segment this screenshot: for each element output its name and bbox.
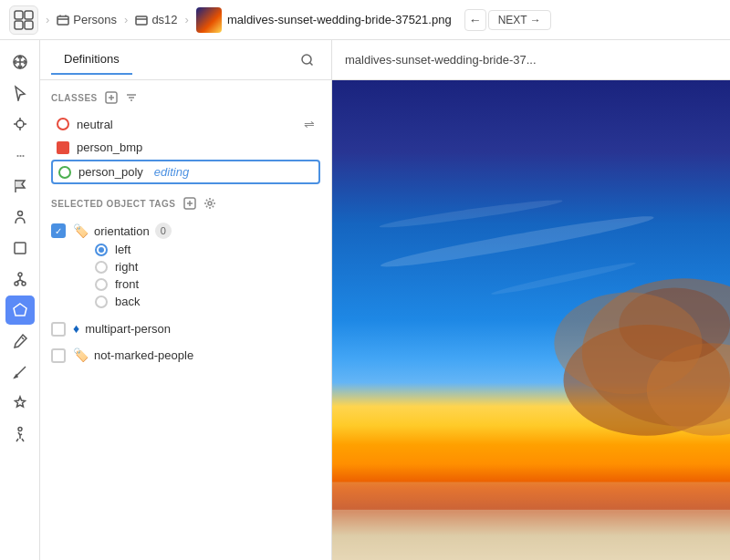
branch-tool-icon[interactable] xyxy=(5,264,35,294)
tag-notmarked-icon: 🏷️ xyxy=(73,347,89,362)
tag-orientation-icon: 🏷️ xyxy=(73,223,89,238)
svg-rect-3 xyxy=(25,21,33,29)
tag-orientation-checkbox[interactable] xyxy=(51,223,66,238)
tag-multipart-checkbox[interactable] xyxy=(51,322,66,337)
option-right-row: right xyxy=(95,258,172,275)
breadcrumb-sep-1: › xyxy=(46,13,49,26)
class-item-person-poly[interactable]: person_poly editing xyxy=(51,160,320,184)
option-left-radio[interactable] xyxy=(95,244,108,256)
tags-section-header: SELECTED OBJECT TAGS xyxy=(51,195,320,212)
class-neutral-dot xyxy=(57,118,69,130)
image-header: maldives-sunset-wedding-bride-37... xyxy=(332,40,730,80)
image-area: maldives-sunset-wedding-bride-37... xyxy=(332,40,730,560)
rect-tool-icon[interactable] xyxy=(5,233,35,263)
svg-point-11 xyxy=(22,282,26,285)
classes-icons xyxy=(103,89,140,106)
crosshair-tool-icon[interactable] xyxy=(5,109,35,139)
class-item-neutral[interactable]: neutral ⇌ xyxy=(51,113,320,135)
svg-rect-5 xyxy=(136,16,147,25)
svg-point-7 xyxy=(16,120,24,128)
image-filename: maldives-sunset-wedding-bride-37... xyxy=(345,53,537,67)
pen-tool-icon[interactable] xyxy=(5,327,35,356)
svg-rect-0 xyxy=(15,11,23,19)
option-left-label: left xyxy=(115,243,130,256)
tag-notmarked-label-row: 🏷️ not-marked-people xyxy=(73,347,193,362)
class-item-person-bmp[interactable]: person_bmp xyxy=(51,137,320,158)
class-neutral-label: neutral xyxy=(77,118,113,131)
class-neutral-arrow: ⇌ xyxy=(304,117,315,131)
tag-settings-button[interactable] xyxy=(202,195,218,212)
option-right-radio[interactable] xyxy=(95,261,108,274)
tag-multipart-label: multipart-person xyxy=(85,322,171,336)
class-bmp-dot xyxy=(57,141,69,154)
svg-point-8 xyxy=(17,212,22,216)
sidebar-icons: ··· xyxy=(0,40,40,560)
nav-controls: ← NEXT → xyxy=(464,9,551,31)
svg-point-18 xyxy=(208,202,212,205)
svg-rect-9 xyxy=(15,243,26,254)
move-tool-icon[interactable] xyxy=(5,47,35,77)
tag-notmarked-label: not-marked-people xyxy=(94,348,193,362)
class-poly-label: person_poly xyxy=(78,165,143,179)
tags-icons xyxy=(182,195,218,212)
app-logo[interactable] xyxy=(9,5,38,35)
breadcrumb-ds12[interactable]: ds12 xyxy=(135,13,177,26)
breadcrumb-sep-3: › xyxy=(185,13,189,26)
svg-rect-1 xyxy=(25,11,33,19)
option-back-radio[interactable] xyxy=(95,296,108,308)
tag-multipart-row: ♦ multipart-person xyxy=(51,317,320,340)
image-thumb xyxy=(196,7,222,33)
option-back-row: back xyxy=(95,293,172,310)
tag-notmarked-row: 🏷️ not-marked-people xyxy=(51,344,320,367)
slash-tool-icon[interactable] xyxy=(5,358,35,387)
classes-label: CLASSES xyxy=(51,93,98,103)
class-poly-dot xyxy=(58,166,71,179)
tag-notmarked-checkbox[interactable] xyxy=(51,348,66,363)
svg-point-23 xyxy=(554,293,702,395)
filename-label: maldives-sunset-wedding-bride-37521.png xyxy=(227,13,452,26)
definitions-panel: Definitions CLASSES xyxy=(40,40,332,560)
breadcrumb-persons[interactable]: Persons xyxy=(57,13,117,26)
poly-tool-icon[interactable] xyxy=(5,296,35,325)
nav-next-button[interactable]: NEXT → xyxy=(488,10,551,30)
svg-rect-25 xyxy=(332,510,730,560)
svg-point-14 xyxy=(18,428,22,431)
main-layout: ··· xyxy=(0,40,730,560)
walk-tool-icon[interactable] xyxy=(5,420,35,449)
magic-tool-icon[interactable] xyxy=(5,389,35,418)
class-poly-left: person_poly editing xyxy=(58,165,189,179)
tag-multipart-icon: ♦ xyxy=(73,321,79,336)
select-tool-icon[interactable] xyxy=(5,78,35,108)
image-canvas[interactable] xyxy=(332,80,730,560)
option-right-label: right xyxy=(115,260,138,274)
topbar: › Persons › ds12 › maldives-sunset-weddi… xyxy=(0,0,730,40)
add-class-button[interactable] xyxy=(103,89,120,106)
option-back-label: back xyxy=(115,295,140,308)
tag-orientation-row: 🏷️ orientation 0 left right xyxy=(51,219,320,314)
flag-tool-icon[interactable] xyxy=(5,171,35,201)
tag-orientation-label: orientation xyxy=(94,224,150,238)
add-tag-button[interactable] xyxy=(182,195,198,212)
sort-class-button[interactable] xyxy=(123,89,140,106)
classes-section-header: CLASSES xyxy=(51,89,320,106)
svg-rect-4 xyxy=(57,16,68,25)
tags-label: SELECTED OBJECT TAGS xyxy=(51,199,176,209)
svg-point-10 xyxy=(15,282,18,285)
class-poly-editing: editing xyxy=(154,165,189,179)
svg-rect-2 xyxy=(15,21,23,29)
tag-orientation-content: 🏷️ orientation 0 left right xyxy=(73,223,172,310)
tag-orientation-label-row: 🏷️ orientation 0 xyxy=(73,223,172,239)
panel-tabs: Definitions xyxy=(51,45,132,75)
option-left-row: left xyxy=(95,241,172,258)
cloud-overlay xyxy=(332,80,730,560)
person-tool-icon[interactable] xyxy=(5,202,35,232)
more-tool-icon[interactable]: ··· xyxy=(5,140,35,170)
option-front-radio[interactable] xyxy=(95,278,108,291)
class-bmp-label: person_bmp xyxy=(77,140,142,154)
svg-point-27 xyxy=(379,196,563,231)
panel-header: Definitions xyxy=(40,40,331,80)
tab-definitions[interactable]: Definitions xyxy=(51,45,132,75)
nav-back-button[interactable]: ← xyxy=(464,9,486,31)
search-button[interactable] xyxy=(295,47,320,73)
tag-orientation-options: left right front back xyxy=(95,241,172,310)
